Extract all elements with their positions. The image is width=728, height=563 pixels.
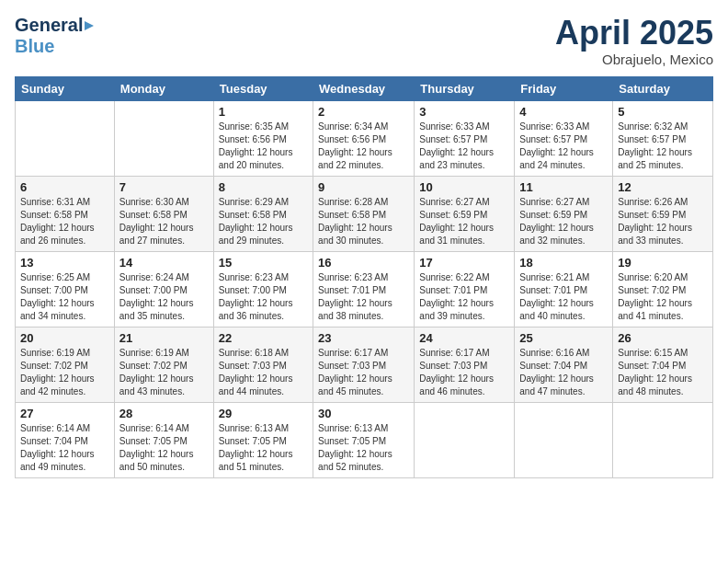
day-number: 11 xyxy=(519,180,608,194)
day-detail: Sunrise: 6:29 AM Sunset: 6:58 PM Dayligh… xyxy=(219,196,308,247)
logo-general-text: General xyxy=(15,15,83,36)
day-detail: Sunrise: 6:31 AM Sunset: 6:58 PM Dayligh… xyxy=(20,196,109,247)
day-number: 26 xyxy=(618,331,708,345)
day-number: 10 xyxy=(419,180,509,194)
calendar-week-row: 20Sunrise: 6:19 AM Sunset: 7:02 PM Dayli… xyxy=(16,327,713,402)
day-number: 9 xyxy=(318,180,409,194)
calendar-header-row: SundayMondayTuesdayWednesdayThursdayFrid… xyxy=(16,76,713,100)
day-detail: Sunrise: 6:33 AM Sunset: 6:57 PM Dayligh… xyxy=(519,121,608,172)
calendar-day-cell: 15Sunrise: 6:23 AM Sunset: 7:00 PM Dayli… xyxy=(213,251,313,327)
day-detail: Sunrise: 6:17 AM Sunset: 7:03 PM Dayligh… xyxy=(419,347,509,398)
calendar-week-row: 6Sunrise: 6:31 AM Sunset: 6:58 PM Daylig… xyxy=(16,176,713,251)
calendar-week-row: 27Sunrise: 6:14 AM Sunset: 7:04 PM Dayli… xyxy=(16,402,713,477)
day-number: 19 xyxy=(618,256,708,270)
day-detail: Sunrise: 6:34 AM Sunset: 6:56 PM Dayligh… xyxy=(318,121,409,172)
calendar-day-cell: 1Sunrise: 6:35 AM Sunset: 6:56 PM Daylig… xyxy=(213,100,313,176)
day-number: 5 xyxy=(618,105,708,119)
day-of-week-header: Thursday xyxy=(415,76,515,100)
day-number: 6 xyxy=(20,180,109,194)
calendar-day-cell: 29Sunrise: 6:13 AM Sunset: 7:05 PM Dayli… xyxy=(213,402,313,477)
day-detail: Sunrise: 6:33 AM Sunset: 6:57 PM Dayligh… xyxy=(419,121,509,172)
calendar-day-cell: 20Sunrise: 6:19 AM Sunset: 7:02 PM Dayli… xyxy=(16,327,115,402)
day-detail: Sunrise: 6:22 AM Sunset: 7:01 PM Dayligh… xyxy=(419,271,509,323)
day-number: 17 xyxy=(419,256,509,270)
calendar-day-cell: 12Sunrise: 6:26 AM Sunset: 6:59 PM Dayli… xyxy=(613,176,713,251)
day-of-week-header: Tuesday xyxy=(213,76,313,100)
day-of-week-header: Saturday xyxy=(613,76,713,100)
day-number: 7 xyxy=(119,180,209,194)
day-number: 12 xyxy=(618,180,708,194)
calendar-day-cell: 30Sunrise: 6:13 AM Sunset: 7:05 PM Dayli… xyxy=(313,402,415,477)
calendar-table: SundayMondayTuesdayWednesdayThursdayFrid… xyxy=(15,76,713,478)
day-detail: Sunrise: 6:14 AM Sunset: 7:05 PM Dayligh… xyxy=(119,422,209,474)
calendar-day-cell: 3Sunrise: 6:33 AM Sunset: 6:57 PM Daylig… xyxy=(415,100,515,176)
page-container: General Blue April 2025 Obrajuelo, Mexic… xyxy=(0,0,728,486)
day-number: 28 xyxy=(119,407,209,420)
title-section: April 2025 Obrajuelo, Mexico xyxy=(555,15,713,67)
day-number: 30 xyxy=(318,407,409,420)
day-number: 14 xyxy=(119,256,209,270)
calendar-day-cell: 10Sunrise: 6:27 AM Sunset: 6:59 PM Dayli… xyxy=(415,176,515,251)
day-detail: Sunrise: 6:18 AM Sunset: 7:03 PM Dayligh… xyxy=(219,347,308,398)
day-detail: Sunrise: 6:27 AM Sunset: 6:59 PM Dayligh… xyxy=(519,196,608,247)
calendar-day-cell: 18Sunrise: 6:21 AM Sunset: 7:01 PM Dayli… xyxy=(515,251,613,327)
day-of-week-header: Sunday xyxy=(16,76,115,100)
day-detail: Sunrise: 6:23 AM Sunset: 7:01 PM Dayligh… xyxy=(318,271,409,323)
logo-blue-text: Blue xyxy=(15,36,54,57)
day-detail: Sunrise: 6:25 AM Sunset: 7:00 PM Dayligh… xyxy=(20,271,109,323)
calendar-day-cell: 5Sunrise: 6:32 AM Sunset: 6:57 PM Daylig… xyxy=(613,100,713,176)
day-detail: Sunrise: 6:20 AM Sunset: 7:02 PM Dayligh… xyxy=(618,271,708,323)
day-detail: Sunrise: 6:19 AM Sunset: 7:02 PM Dayligh… xyxy=(20,347,109,398)
day-number: 2 xyxy=(318,105,409,119)
day-detail: Sunrise: 6:14 AM Sunset: 7:04 PM Dayligh… xyxy=(20,422,109,474)
day-number: 29 xyxy=(219,407,308,420)
day-detail: Sunrise: 6:13 AM Sunset: 7:05 PM Dayligh… xyxy=(219,422,308,474)
header: General Blue April 2025 Obrajuelo, Mexic… xyxy=(15,15,713,67)
day-number: 23 xyxy=(318,331,409,345)
calendar-day-cell xyxy=(16,100,115,176)
day-number: 27 xyxy=(20,407,109,420)
calendar-day-cell: 21Sunrise: 6:19 AM Sunset: 7:02 PM Dayli… xyxy=(114,327,213,402)
calendar-day-cell: 2Sunrise: 6:34 AM Sunset: 6:56 PM Daylig… xyxy=(313,100,415,176)
day-number: 4 xyxy=(519,105,608,119)
day-number: 24 xyxy=(419,331,509,345)
calendar-day-cell: 26Sunrise: 6:15 AM Sunset: 7:04 PM Dayli… xyxy=(613,327,713,402)
day-detail: Sunrise: 6:24 AM Sunset: 7:00 PM Dayligh… xyxy=(119,271,209,323)
calendar-day-cell: 22Sunrise: 6:18 AM Sunset: 7:03 PM Dayli… xyxy=(213,327,313,402)
day-number: 25 xyxy=(519,331,608,345)
day-number: 13 xyxy=(20,256,109,270)
day-detail: Sunrise: 6:21 AM Sunset: 7:01 PM Dayligh… xyxy=(519,271,608,323)
day-of-week-header: Wednesday xyxy=(313,76,415,100)
day-detail: Sunrise: 6:28 AM Sunset: 6:58 PM Dayligh… xyxy=(318,196,409,247)
calendar-day-cell: 14Sunrise: 6:24 AM Sunset: 7:00 PM Dayli… xyxy=(114,251,213,327)
day-detail: Sunrise: 6:26 AM Sunset: 6:59 PM Dayligh… xyxy=(618,196,708,247)
logo: General Blue xyxy=(15,15,97,57)
calendar-day-cell xyxy=(613,402,713,477)
calendar-day-cell: 7Sunrise: 6:30 AM Sunset: 6:58 PM Daylig… xyxy=(114,176,213,251)
calendar-day-cell xyxy=(415,402,515,477)
day-detail: Sunrise: 6:19 AM Sunset: 7:02 PM Dayligh… xyxy=(119,347,209,398)
calendar-day-cell: 25Sunrise: 6:16 AM Sunset: 7:04 PM Dayli… xyxy=(515,327,613,402)
calendar-day-cell: 8Sunrise: 6:29 AM Sunset: 6:58 PM Daylig… xyxy=(213,176,313,251)
calendar-day-cell: 17Sunrise: 6:22 AM Sunset: 7:01 PM Dayli… xyxy=(415,251,515,327)
day-detail: Sunrise: 6:13 AM Sunset: 7:05 PM Dayligh… xyxy=(318,422,409,474)
calendar-day-cell: 23Sunrise: 6:17 AM Sunset: 7:03 PM Dayli… xyxy=(313,327,415,402)
day-number: 1 xyxy=(219,105,308,119)
calendar-day-cell xyxy=(114,100,213,176)
day-number: 16 xyxy=(318,256,409,270)
calendar-subtitle: Obrajuelo, Mexico xyxy=(555,52,713,67)
day-number: 15 xyxy=(219,256,308,270)
day-detail: Sunrise: 6:16 AM Sunset: 7:04 PM Dayligh… xyxy=(519,347,608,398)
day-of-week-header: Friday xyxy=(515,76,613,100)
day-number: 3 xyxy=(419,105,509,119)
day-number: 20 xyxy=(20,331,109,345)
calendar-day-cell: 27Sunrise: 6:14 AM Sunset: 7:04 PM Dayli… xyxy=(16,402,115,477)
calendar-title: April 2025 xyxy=(555,15,713,52)
calendar-day-cell: 6Sunrise: 6:31 AM Sunset: 6:58 PM Daylig… xyxy=(16,176,115,251)
day-detail: Sunrise: 6:17 AM Sunset: 7:03 PM Dayligh… xyxy=(318,347,409,398)
calendar-day-cell: 4Sunrise: 6:33 AM Sunset: 6:57 PM Daylig… xyxy=(515,100,613,176)
day-detail: Sunrise: 6:35 AM Sunset: 6:56 PM Dayligh… xyxy=(219,121,308,172)
day-detail: Sunrise: 6:15 AM Sunset: 7:04 PM Dayligh… xyxy=(618,347,708,398)
calendar-day-cell: 11Sunrise: 6:27 AM Sunset: 6:59 PM Dayli… xyxy=(515,176,613,251)
calendar-day-cell: 13Sunrise: 6:25 AM Sunset: 7:00 PM Dayli… xyxy=(16,251,115,327)
